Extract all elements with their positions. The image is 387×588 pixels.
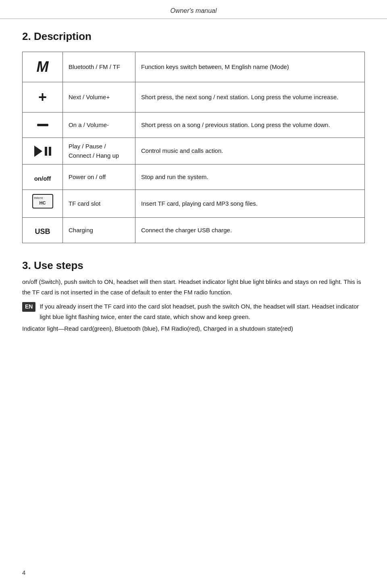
name-cell-power: Power on / off	[63, 165, 135, 190]
page-header-title: Owner's manual	[170, 7, 216, 14]
table-row: on/off Power on / off Stop and run the s…	[23, 165, 365, 190]
desc-cell-power: Stop and run the system.	[135, 165, 365, 190]
name-cell-volume-plus: Next / Volume+	[63, 82, 135, 113]
desc-cell-usb: Connect the charger USB charge.	[135, 218, 365, 243]
tf-card-icon	[32, 194, 53, 209]
symbol-cell-play	[23, 138, 63, 165]
content-area: 2. Description M Bluetooth / FM / TF Fun…	[0, 30, 387, 350]
section3-title: 3. Use steps	[22, 259, 365, 272]
symbol-cell-plus: +	[23, 82, 63, 113]
table-row: + Next / Volume+ Short press, the next s…	[23, 82, 365, 113]
onoff-icon: on/off	[34, 175, 51, 182]
desc-cell-tf: Insert TF card, playing card MP3 song fi…	[135, 190, 365, 218]
play-pause-icon	[28, 146, 57, 157]
name-cell-usb: Charging	[63, 218, 135, 243]
table-row: M Bluetooth / FM / TF Function keys swit…	[23, 52, 365, 82]
table-row: USB Charging Connect the charger USB cha…	[23, 218, 365, 243]
symbol-plus-icon: +	[38, 89, 47, 105]
usb-icon: USB	[35, 227, 50, 236]
name-cell-tf: TF card slot	[63, 190, 135, 218]
section2-title: 2. Description	[22, 30, 365, 43]
page-header: Owner's manual	[0, 0, 387, 19]
symbol-cell-minus	[23, 113, 63, 138]
pause-bar-right	[49, 147, 51, 156]
use-steps-para2: If you already insert the TF card into t…	[40, 301, 365, 322]
page-number: 4	[22, 569, 25, 576]
symbol-cell-m: M	[23, 52, 63, 82]
desc-cell-volume-minus: Short press on a song / previous station…	[135, 113, 365, 138]
description-table: M Bluetooth / FM / TF Function keys swit…	[22, 52, 365, 243]
pause-bar-left	[45, 147, 47, 156]
name-cell-play: Play / Pause / Connect / Hang up	[63, 138, 135, 165]
desc-cell-play: Control music and calls action.	[135, 138, 365, 165]
use-steps-body: on/off (Switch), push switch to ON, head…	[22, 277, 365, 334]
name-cell-volume-minus: On a / Volume-	[63, 113, 135, 138]
table-row: TF card slot Insert TF card, playing car…	[23, 190, 365, 218]
table-row: Play / Pause / Connect / Hang up Control…	[23, 138, 365, 165]
use-steps-para1: on/off (Switch), push switch to ON, head…	[22, 277, 365, 297]
name-cell-bluetooth: Bluetooth / FM / TF	[63, 52, 135, 82]
symbol-cell-onoff: on/off	[23, 165, 63, 190]
play-triangle-icon	[34, 146, 42, 157]
pause-bars-icon	[45, 147, 51, 156]
desc-cell-bluetooth: Function keys switch between, M English …	[135, 52, 365, 82]
symbol-cell-usb: USB	[23, 218, 63, 243]
table-row: On a / Volume- Short press on a song / p…	[23, 113, 365, 138]
use-steps-para3: Indicator light—Read card(green), Blueto…	[22, 323, 365, 334]
symbol-m-icon: M	[37, 58, 49, 75]
en-badge-section: EN If you already insert the TF card int…	[22, 301, 365, 322]
desc-cell-volume-plus: Short press, the next song / next statio…	[135, 82, 365, 113]
symbol-cell-tf	[23, 190, 63, 218]
symbol-minus-icon	[37, 124, 48, 126]
en-badge: EN	[22, 302, 35, 312]
